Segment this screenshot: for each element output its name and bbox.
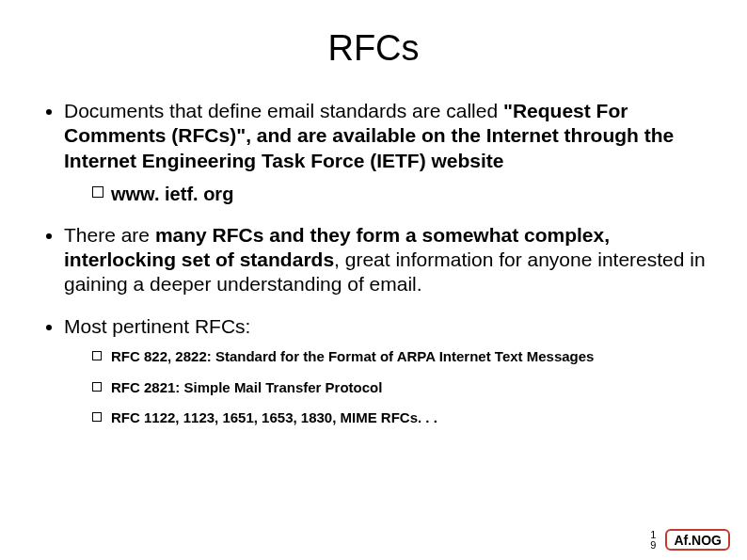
- bullet-2-text-pre: There are: [64, 224, 155, 246]
- bullet-1-sublist: www. ietf. org: [64, 183, 709, 206]
- bullet-3: Most pertinent RFCs: RFC 822, 2822: Stan…: [64, 314, 709, 428]
- bullet-2: There are many RFCs and they form a some…: [64, 223, 709, 297]
- bullet-3-sub-2: RFC 2821: Simple Mail Transfer Protocol: [92, 379, 709, 397]
- slide-title: RFCs: [38, 28, 709, 69]
- bullet-1-sub-1: www. ietf. org: [92, 183, 709, 206]
- bullet-3-text: Most pertinent RFCs:: [64, 315, 250, 337]
- page-number-line2: 9: [650, 540, 656, 551]
- bullet-3-sub-1: RFC 822, 2822: Standard for the Format o…: [92, 348, 709, 366]
- bullet-1: Documents that define email standards ar…: [64, 99, 709, 206]
- bullet-3-sublist: RFC 822, 2822: Standard for the Format o…: [64, 348, 709, 427]
- afnog-logo-text: Af.NOG: [674, 534, 722, 547]
- slide: RFCs Documents that define email standar…: [0, 0, 747, 560]
- page-number-line1: 1: [650, 530, 656, 540]
- afnog-logo: Af.NOG: [665, 529, 730, 551]
- bullet-1-text-pre: Documents that define email standards ar…: [64, 100, 503, 121]
- footer: 1 9 Af.NOG: [650, 529, 730, 551]
- bullet-3-sub-3: RFC 1122, 1123, 1651, 1653, 1830, MIME R…: [92, 409, 709, 427]
- page-number: 1 9: [650, 530, 656, 551]
- main-bullet-list: Documents that define email standards ar…: [38, 99, 709, 427]
